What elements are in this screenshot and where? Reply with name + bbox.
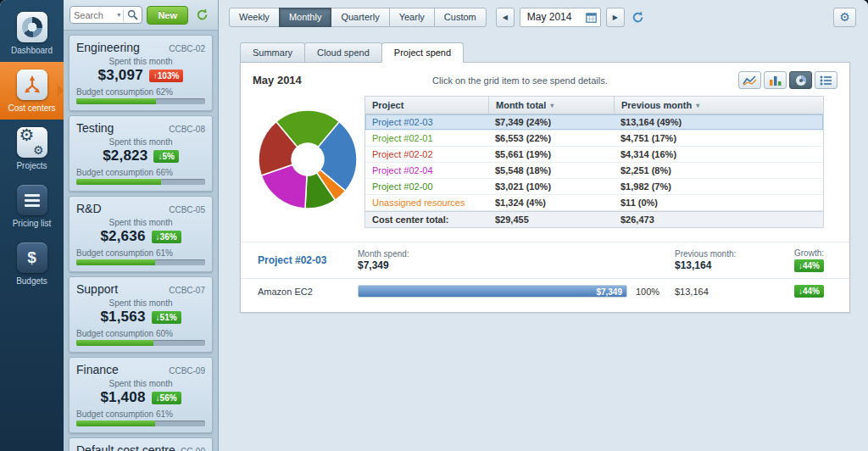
bar-chart-icon[interactable] [764,71,787,89]
cost-center-card-default[interactable]: Default cost centre CC-00 Spent this mon… [69,437,213,451]
delta-badge: ↓5% [153,150,178,163]
cost-center-code: CCBC-05 [169,205,205,214]
spend-pie-chart[interactable] [253,96,364,218]
growth-label: Growth: [794,248,824,258]
calendar-icon[interactable] [586,12,597,23]
chart-type-toggle [738,71,837,89]
cost-center-name: Default cost centre [76,443,175,451]
previous-month-cell: $1,982 (7%) [614,179,823,194]
line-chart-icon[interactable] [738,71,761,89]
nav-label-cost-centers: Cost centers [8,103,55,113]
project-name[interactable]: Project #02-03 [365,114,488,130]
main-toolbar: Weekly Monthly Quarterly Yearly Custom ◀… [219,0,868,34]
cost-center-card-engineering[interactable]: Engineering CCBC-02 Spent this month $3,… [69,35,213,111]
pie-chart-icon[interactable] [789,71,812,89]
month-total-cell: $6,553 (22%) [488,131,614,146]
project-name[interactable]: Project #02-00 [365,179,488,194]
cost-center-code: CCBC-09 [169,366,205,376]
previous-month-label: Previous month: [675,249,770,259]
previous-month-cell: $13,164 (49%) [614,114,823,130]
date-picker [520,8,601,27]
month-total-cell: $1,324 (4%) [488,195,614,210]
dollar-icon: $ [17,242,47,273]
budget-consumption-label: Budget consumption 61% [76,409,205,419]
previous-month-cell: $4,314 (16%) [614,147,823,162]
period-quarterly-button[interactable]: Quarterly [331,8,389,27]
spent-label: Spent this month [76,379,205,388]
grid-view-icon[interactable] [815,71,837,89]
tab-project-spend[interactable]: Project spend [381,42,464,63]
refresh-icon[interactable] [192,8,212,21]
sidebar-item-dashboard[interactable]: Dashboard [0,4,64,62]
growth-badge: ↓44% [794,259,824,272]
prev-period-button[interactable]: ◀ [496,8,515,27]
search-box: ▾ [70,6,142,24]
next-period-button[interactable]: ▶ [606,8,625,27]
budget-consumption-label: Budget consumption 61% [76,248,205,258]
spent-amount: $2,636 [100,228,145,245]
column-header-month-total[interactable]: Month total▾ [488,97,614,114]
tab-cloud-spend[interactable]: Cloud spend [304,42,382,63]
cost-center-card-support[interactable]: Support CCBC-07 Spent this month $1,563 … [69,276,213,353]
cost-centers-sidebar: ▾ New Engineering CCBC-02 Spent this mon… [64,0,219,451]
cost-center-code: CCBC-08 [169,125,205,134]
budget-consumption-label: Budget consumption 66% [76,168,205,177]
settings-gear-icon[interactable]: ⚙ [833,8,856,27]
month-total-cell: $5,548 (18%) [488,163,614,178]
project-name[interactable]: Unassigned resources [365,195,488,210]
table-row[interactable]: Project #02-02 $5,661 (19%) $4,314 (16%) [365,147,823,163]
previous-month-cell: $4,751 (17%) [614,131,823,146]
project-name[interactable]: Project #02-01 [365,131,488,146]
spent-label: Spent this month [76,298,205,308]
gears-icon: ⚙⚙ [17,127,47,158]
growth-badge: ↓44% [794,285,824,298]
delta-badge: ↓56% [152,392,181,404]
detail-project-name: Project #02-03 [258,254,358,266]
service-name: Amazon EC2 [258,287,358,297]
sort-caret-icon[interactable]: ▾ [550,102,554,109]
primary-nav: Dashboard Cost centers ⚙⚙ Projects [0,0,64,451]
sidebar-item-budgets[interactable]: $ Budgets [0,235,64,292]
search-icon[interactable] [124,9,142,20]
budget-progress-bar [76,340,205,346]
budget-progress-bar [76,420,205,426]
spent-label: Spent this month [76,137,205,147]
cost-center-card-rnd[interactable]: R&D CCBC-05 Spent this month $2,636 ↓36%… [69,196,213,272]
delta-badge: ↑103% [149,70,184,82]
period-custom-button[interactable]: Custom [434,8,487,27]
table-row[interactable]: Unassigned resources $1,324 (4%) $11 (0%… [365,195,823,211]
table-row[interactable]: Project #02-01 $6,553 (22%) $4,751 (17%) [365,131,823,147]
table-row[interactable]: Project #02-00 $3,021 (10%) $1,982 (7%) [365,179,823,195]
search-dropdown-caret-icon[interactable]: ▾ [114,11,123,19]
period-monthly-button[interactable]: Monthly [279,8,332,27]
cost-center-card-finance[interactable]: Finance CCBC-09 Spent this month $1,408 … [69,357,213,433]
table-row[interactable]: Project #02-03 $7,349 (24%) $13,164 (49%… [365,114,823,131]
table-row[interactable]: Project #02-04 $5,548 (18%) $2,251 (8%) [365,163,823,179]
table-total-row: Cost center total: $29,455 $26,473 [365,211,823,227]
cost-center-code: CCBC-07 [169,286,205,295]
period-weekly-button[interactable]: Weekly [229,8,280,27]
budget-progress-bar [76,179,205,185]
cost-center-card-testing[interactable]: Testing CCBC-08 Spent this month $2,823 … [69,115,213,192]
spent-amount: $2,823 [103,148,147,164]
month-spend-value: $7,349 [358,259,675,271]
refresh-icon[interactable] [628,11,648,24]
sidebar-item-cost-centers[interactable]: Cost centers [0,62,64,120]
column-header-previous-month[interactable]: Previous month▾ [614,97,823,114]
search-input[interactable] [72,10,114,20]
sidebar-item-pricing-list[interactable]: Pricing list [0,177,64,235]
sidebar-item-projects[interactable]: ⚙⚙ Projects [0,120,64,177]
detail-service-row[interactable]: Amazon EC2 $7,349 100% $13,164 ↓44% [241,279,849,303]
service-previous-month: $13,164 [675,287,770,297]
service-spend-bar-fill: $7,349 [359,286,626,297]
new-cost-center-button[interactable]: New [147,6,188,25]
cost-center-name: R&D [76,202,102,215]
tab-summary[interactable]: Summary [240,42,305,63]
sort-caret-icon[interactable]: ▾ [696,102,699,109]
month-spend-label: Month spend: [358,249,675,259]
delta-badge: ↓51% [152,311,181,324]
period-selector: Weekly Monthly Quarterly Yearly Custom [229,8,487,27]
period-yearly-button[interactable]: Yearly [389,8,435,27]
project-name[interactable]: Project #02-02 [365,147,488,162]
project-name[interactable]: Project #02-04 [365,163,488,178]
